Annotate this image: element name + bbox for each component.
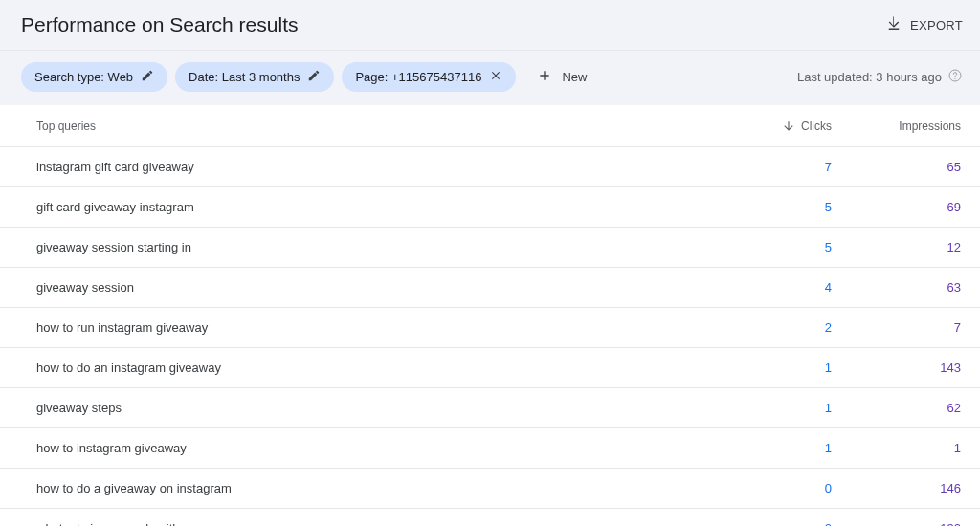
- queries-table: Top queries Clicks Impressions instagram…: [0, 105, 980, 526]
- query-cell: giveaway session starting in: [19, 240, 702, 254]
- impressions-cell: 63: [832, 280, 961, 295]
- chip-page[interactable]: Page: +115675437116: [342, 62, 516, 92]
- filter-chips: Search type: Web Date: Last 3 months Pag…: [21, 62, 587, 92]
- export-label: EXPORT: [910, 18, 963, 33]
- arrow-down-icon: [782, 120, 795, 133]
- impressions-cell: 69: [832, 200, 961, 214]
- help-icon[interactable]: [947, 68, 963, 86]
- clicks-cell: 2: [702, 320, 832, 335]
- query-cell: whatnot giveaway algorithm: [19, 521, 702, 526]
- pencil-icon: [307, 69, 321, 85]
- impressions-cell: 65: [832, 160, 961, 174]
- chip-search-type[interactable]: Search type: Web: [21, 62, 167, 92]
- impressions-cell: 62: [832, 401, 961, 415]
- new-label: New: [562, 70, 587, 84]
- clicks-label: Clicks: [801, 120, 832, 133]
- table-row[interactable]: giveaway session starting in512: [0, 228, 980, 268]
- clicks-cell: 4: [702, 280, 832, 295]
- clicks-cell: 5: [702, 240, 832, 254]
- clicks-cell: 5: [702, 200, 832, 214]
- chip-date[interactable]: Date: Last 3 months: [175, 62, 334, 92]
- table-row[interactable]: how to run instagram giveaway27: [0, 308, 980, 348]
- chip-label: Page: +115675437116: [355, 70, 481, 84]
- last-updated-text: Last updated: 3 hours ago: [797, 70, 942, 84]
- table-row[interactable]: how to instagram giveaway11: [0, 428, 980, 469]
- header-top-queries[interactable]: Top queries: [19, 120, 702, 133]
- table-row[interactable]: whatnot giveaway algorithm0132: [0, 509, 980, 526]
- download-icon: [885, 15, 902, 35]
- table-row[interactable]: giveaway session463: [0, 268, 980, 308]
- chip-label: Date: Last 3 months: [189, 70, 300, 84]
- clicks-cell: 1: [702, 361, 832, 375]
- query-cell: instagram gift card giveaway: [19, 160, 702, 174]
- query-cell: how to do a giveaway on instagram: [19, 481, 702, 495]
- impressions-cell: 146: [832, 481, 961, 495]
- last-updated: Last updated: 3 hours ago: [797, 68, 963, 86]
- query-cell: how to run instagram giveaway: [19, 320, 702, 335]
- query-cell: how to instagram giveaway: [19, 441, 702, 455]
- plus-icon: [537, 68, 552, 86]
- clicks-cell: 7: [702, 160, 832, 174]
- header-clicks[interactable]: Clicks: [702, 120, 832, 133]
- query-cell: giveaway session: [19, 280, 702, 295]
- table-row[interactable]: how to do a giveaway on instagram0146: [0, 469, 980, 509]
- new-filter-button[interactable]: New: [537, 68, 587, 86]
- pencil-icon: [141, 69, 154, 85]
- impressions-cell: 7: [832, 320, 961, 335]
- table-row[interactable]: instagram gift card giveaway765: [0, 147, 980, 187]
- table-header-row: Top queries Clicks Impressions: [0, 105, 980, 147]
- impressions-cell: 12: [832, 240, 961, 254]
- page-title: Performance on Search results: [21, 13, 298, 36]
- table-row[interactable]: gift card giveaway instagram569: [0, 187, 980, 228]
- header-impressions[interactable]: Impressions: [832, 120, 961, 133]
- impressions-cell: 132: [832, 521, 961, 526]
- table-row[interactable]: giveaway steps162: [0, 388, 980, 428]
- table-row[interactable]: how to do an instagram giveaway1143: [0, 348, 980, 388]
- clicks-cell: 0: [702, 481, 832, 495]
- clicks-cell: 1: [702, 401, 832, 415]
- close-icon[interactable]: [489, 69, 502, 85]
- query-cell: giveaway steps: [19, 401, 702, 415]
- svg-point-1: [954, 78, 955, 79]
- query-cell: gift card giveaway instagram: [19, 200, 702, 214]
- impressions-cell: 143: [832, 361, 961, 375]
- chip-label: Search type: Web: [34, 70, 133, 84]
- impressions-cell: 1: [832, 441, 961, 455]
- export-button[interactable]: EXPORT: [885, 15, 963, 35]
- clicks-cell: 1: [702, 441, 832, 455]
- clicks-cell: 0: [702, 521, 832, 526]
- query-cell: how to do an instagram giveaway: [19, 361, 702, 375]
